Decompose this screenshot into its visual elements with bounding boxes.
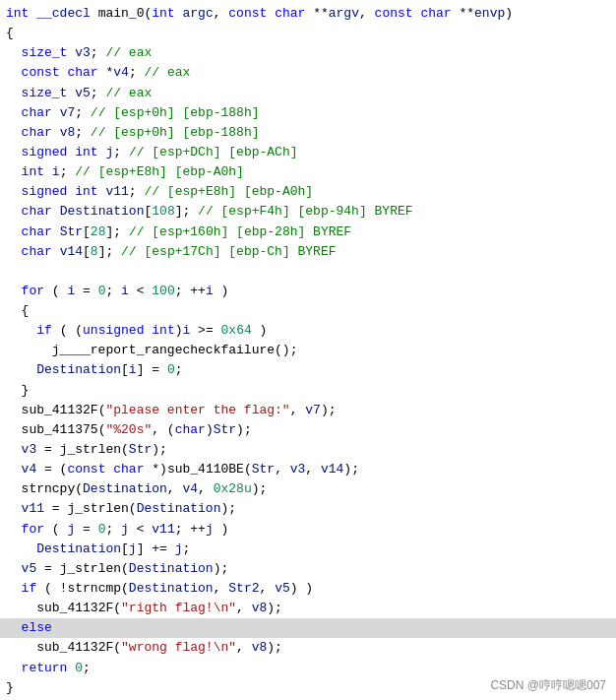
line-text: const char *v4; // eax xyxy=(6,63,610,83)
code-line: else xyxy=(0,618,616,638)
line-text: Destination[i] = 0; xyxy=(6,360,610,380)
line-text: v4 = (const char *)sub_4110BE(Str, v3, v… xyxy=(6,460,610,479)
line-text: { xyxy=(6,301,610,321)
line-text: sub_41132F("rigth flag!\n", v8); xyxy=(6,599,610,618)
line-text: sub_41132F("wrong flag!\n", v8); xyxy=(6,638,610,658)
line-text: size_t v3; // eax xyxy=(6,43,610,63)
code-line: sub_411375("%20s", (char)Str); xyxy=(0,420,616,440)
code-line: int __cdecl main_0(int argc, const char … xyxy=(0,4,616,24)
line-text: for ( j = 0; j < v11; ++j ) xyxy=(6,520,610,540)
code-line: Destination[i] = 0; xyxy=(0,360,616,380)
code-viewer: int __cdecl main_0(int argc, const char … xyxy=(0,0,616,700)
line-text xyxy=(6,262,610,282)
code-line: strncpy(Destination, v4, 0x28u); xyxy=(0,479,616,499)
code-line: v4 = (const char *)sub_4110BE(Str, v3, v… xyxy=(0,460,616,479)
code-line: { xyxy=(0,301,616,321)
code-line: for ( i = 0; i < 100; ++i ) xyxy=(0,282,616,301)
line-text: signed int v11; // [esp+E8h] [ebp-A0h] xyxy=(6,182,610,202)
code-line: j____report_rangecheckfailure(); xyxy=(0,341,616,360)
code-line: return 0; xyxy=(0,659,616,678)
code-line: sub_41132F("please enter the flag:", v7)… xyxy=(0,401,616,420)
line-text: if ( (unsigned int)i >= 0x64 ) xyxy=(6,321,610,341)
code-line: signed int v11; // [esp+E8h] [ebp-A0h] xyxy=(0,182,616,202)
line-text: size_t v5; // eax xyxy=(6,84,610,103)
code-line xyxy=(0,262,616,282)
line-text: Destination[j] += j; xyxy=(6,540,610,559)
code-line: if ( (unsigned int)i >= 0x64 ) xyxy=(0,321,616,341)
line-text: signed int j; // [esp+DCh] [ebp-ACh] xyxy=(6,143,610,162)
line-text: j____report_rangecheckfailure(); xyxy=(6,341,610,360)
code-line: v5 = j_strlen(Destination); xyxy=(0,559,616,579)
code-line: const char *v4; // eax xyxy=(0,63,616,83)
code-line: for ( j = 0; j < v11; ++j ) xyxy=(0,520,616,540)
code-line: v3 = j_strlen(Str); xyxy=(0,440,616,460)
code-line: { xyxy=(0,24,616,43)
code-line: if ( !strncmp(Destination, Str2, v5) ) xyxy=(0,579,616,599)
line-text: } xyxy=(6,381,610,401)
code-line: sub_41132F("wrong flag!\n", v8); xyxy=(0,638,616,658)
code-line: char Destination[108]; // [esp+F4h] [ebp… xyxy=(0,202,616,222)
line-text: sub_411375("%20s", (char)Str); xyxy=(6,420,610,440)
line-text: v3 = j_strlen(Str); xyxy=(6,440,610,460)
line-text: int __cdecl main_0(int argc, const char … xyxy=(6,4,610,24)
line-text: strncpy(Destination, v4, 0x28u); xyxy=(6,479,610,499)
line-text: for ( i = 0; i < 100; ++i ) xyxy=(6,282,610,301)
code-line: } xyxy=(0,381,616,401)
line-text: if ( !strncmp(Destination, Str2, v5) ) xyxy=(6,579,610,599)
line-text: v11 = j_strlen(Destination); xyxy=(6,499,610,519)
watermark: CSDN @哼哼嗯嗯007 xyxy=(490,676,606,694)
line-text: char v7; // [esp+0h] [ebp-188h] xyxy=(6,103,610,123)
line-text: char Destination[108]; // [esp+F4h] [ebp… xyxy=(6,202,610,222)
code-line: char v14[8]; // [esp+17Ch] [ebp-Ch] BYRE… xyxy=(0,242,616,262)
line-text: v5 = j_strlen(Destination); xyxy=(6,559,610,579)
line-text: char v14[8]; // [esp+17Ch] [ebp-Ch] BYRE… xyxy=(6,242,610,262)
code-line: int i; // [esp+E8h] [ebp-A0h] xyxy=(0,162,616,182)
line-text: char Str[28]; // [esp+160h] [ebp-28h] BY… xyxy=(6,223,610,242)
code-line: size_t v5; // eax xyxy=(0,84,616,103)
code-line: size_t v3; // eax xyxy=(0,43,616,63)
code-line: signed int j; // [esp+DCh] [ebp-ACh] xyxy=(0,143,616,162)
code-block: int __cdecl main_0(int argc, const char … xyxy=(0,4,616,698)
line-text: sub_41132F("please enter the flag:", v7)… xyxy=(6,401,610,420)
line-text: else xyxy=(6,618,610,638)
code-line: v11 = j_strlen(Destination); xyxy=(0,499,616,519)
line-text: { xyxy=(6,24,610,43)
code-line: char v7; // [esp+0h] [ebp-188h] xyxy=(0,103,616,123)
line-text: int i; // [esp+E8h] [ebp-A0h] xyxy=(6,162,610,182)
line-text: char v8; // [esp+0h] [ebp-188h] xyxy=(6,123,610,143)
code-line: Destination[j] += j; xyxy=(0,540,616,559)
code-line: char Str[28]; // [esp+160h] [ebp-28h] BY… xyxy=(0,223,616,242)
code-line: sub_41132F("rigth flag!\n", v8); xyxy=(0,599,616,618)
code-line: char v8; // [esp+0h] [ebp-188h] xyxy=(0,123,616,143)
line-text: return 0; xyxy=(6,659,610,678)
